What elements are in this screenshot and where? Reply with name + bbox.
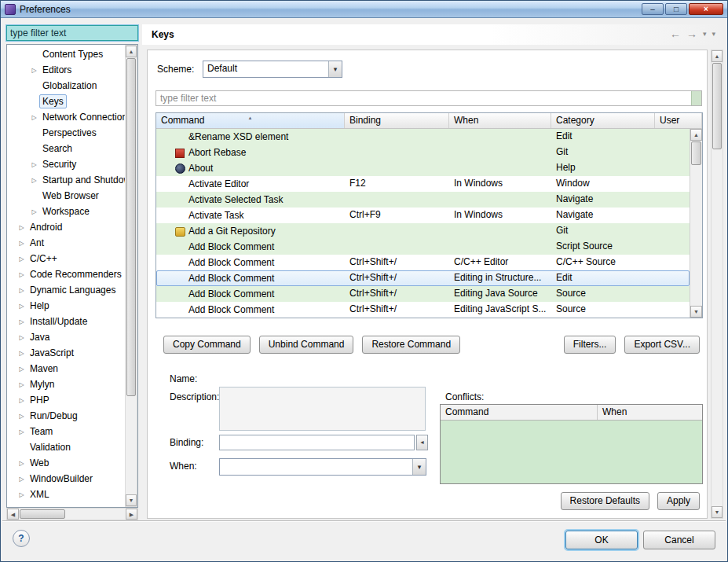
scrollbar-thumb[interactable] (20, 509, 65, 519)
filters-button[interactable]: Filters... (564, 336, 616, 354)
table-row[interactable]: Add Block CommentCtrl+Shift+/Editing Jav… (156, 286, 690, 302)
scrollbar-thumb[interactable] (712, 63, 722, 149)
ok-button[interactable]: OK (565, 531, 638, 549)
unbind-command-button[interactable]: Unbind Command (259, 336, 354, 354)
sidebar-item-content-types[interactable]: Content Types (7, 46, 125, 62)
sidebar-item-run-debug[interactable]: ▷Run/Debug (7, 408, 125, 424)
chevron-right-icon[interactable]: ▷ (29, 161, 39, 168)
chevron-down-icon[interactable]: ▾ (328, 61, 342, 77)
chevron-right-icon[interactable]: ▷ (29, 208, 39, 215)
chevron-right-icon[interactable]: ▷ (16, 240, 27, 247)
export-csv-button[interactable]: Export CSV... (624, 336, 700, 354)
sidebar-item-ant[interactable]: ▷Ant (7, 235, 125, 251)
scroll-up-icon[interactable]: ▲ (126, 46, 137, 57)
sidebar-item-team[interactable]: ▷Team (7, 424, 125, 439)
sidebar-item-code-recommenders[interactable]: ▷Code Recommenders (7, 266, 125, 282)
chevron-right-icon[interactable]: ▷ (16, 491, 27, 498)
column-header-command[interactable]: ▲ Command (156, 113, 345, 128)
chevron-right-icon[interactable]: ▷ (16, 224, 27, 231)
maximize-button[interactable]: □ (665, 3, 687, 15)
table-row[interactable]: Activate EditorF12In WindowsWindow (156, 176, 690, 192)
chevron-right-icon[interactable]: ▷ (29, 177, 39, 184)
chevron-right-icon[interactable]: ▷ (16, 255, 27, 263)
sidebar-item-security[interactable]: ▷Security (7, 156, 125, 172)
scroll-down-icon[interactable]: ▼ (712, 506, 723, 518)
sidebar-item-web-browser[interactable]: Web Browser (7, 188, 125, 204)
chevron-down-icon[interactable]: ▾ (412, 459, 426, 475)
keys-filter-input[interactable] (155, 90, 702, 106)
sidebar-item-editors[interactable]: ▷Editors (7, 62, 125, 78)
restore-defaults-button[interactable]: Restore Defaults (561, 492, 649, 510)
sidebar-item-c-c-[interactable]: ▷C/C++ (7, 251, 125, 266)
chevron-right-icon[interactable]: ▷ (16, 460, 27, 467)
tree-vertical-scrollbar[interactable]: ▲ ▼ (125, 45, 137, 507)
minimize-button[interactable]: – (642, 3, 664, 15)
column-header-category[interactable]: Category (551, 113, 655, 128)
chevron-right-icon[interactable]: ▷ (16, 365, 27, 373)
sidebar-item-web[interactable]: ▷Web (7, 455, 125, 471)
sidebar-filter-input[interactable] (6, 25, 138, 41)
sidebar-item-android[interactable]: ▷Android (7, 219, 125, 235)
forward-menu-icon[interactable]: ▾ (703, 30, 707, 38)
help-button[interactable]: ? (13, 530, 30, 547)
chevron-right-icon[interactable]: ▷ (16, 413, 27, 420)
scroll-left-icon[interactable]: ◀ (7, 509, 19, 520)
sidebar-item-keys[interactable]: Keys (7, 94, 125, 109)
table-row[interactable]: Add a Git RepositoryGit (156, 223, 690, 239)
chevron-right-icon[interactable]: ▷ (16, 476, 27, 483)
scheme-dropdown[interactable]: Default ▾ (203, 61, 342, 78)
chevron-right-icon[interactable]: ▷ (16, 287, 27, 294)
chevron-right-icon[interactable]: ▷ (16, 318, 27, 325)
sidebar-item-dynamic-languages[interactable]: ▷Dynamic Languages (7, 282, 125, 298)
chevron-right-icon[interactable]: ▷ (16, 350, 27, 357)
scroll-up-icon[interactable]: ▲ (690, 129, 702, 141)
apply-button[interactable]: Apply (657, 492, 700, 510)
sidebar-item-perspectives[interactable]: Perspectives (7, 125, 125, 141)
chevron-right-icon[interactable]: ▷ (29, 114, 39, 121)
when-dropdown[interactable]: ▾ (219, 458, 426, 476)
table-row[interactable]: Add Block CommentCtrl+Shift+/Editing in … (156, 270, 690, 286)
page-vertical-scrollbar[interactable]: ▲ ▼ (711, 50, 723, 519)
copy-command-button[interactable]: Copy Command (163, 336, 251, 354)
binding-input[interactable] (219, 435, 415, 450)
chevron-right-icon[interactable]: ▷ (16, 271, 27, 278)
chevron-right-icon[interactable]: ▷ (16, 428, 27, 435)
table-row[interactable]: Activate TaskCtrl+F9In WindowsNavigate (156, 208, 690, 223)
scroll-right-icon[interactable]: ▶ (126, 509, 137, 520)
scroll-up-icon[interactable]: ▲ (712, 50, 723, 62)
table-row[interactable]: Add Block CommentCtrl+Shift+/Editing Jav… (156, 302, 690, 318)
sidebar-item-startup-and-shutdown[interactable]: ▷Startup and Shutdown (7, 172, 125, 188)
conflicts-column-command[interactable]: Command (441, 405, 598, 420)
chevron-right-icon[interactable]: ▷ (16, 397, 27, 404)
scrollbar-thumb[interactable] (126, 58, 136, 396)
table-vertical-scrollbar[interactable]: ▲ ▼ (690, 129, 702, 318)
binding-assist-icon[interactable]: ◄ (416, 435, 428, 450)
titlebar[interactable]: Preferences – □ × (1, 1, 727, 18)
sidebar-item-java[interactable]: ▷Java (7, 329, 125, 345)
table-row[interactable]: Activate Selected TaskNavigate (156, 192, 690, 208)
cancel-button[interactable]: Cancel (643, 531, 715, 549)
sidebar-item-search[interactable]: Search (7, 141, 125, 156)
view-menu-icon[interactable]: ▾ (712, 30, 715, 38)
table-row[interactable]: AboutHelp (156, 160, 690, 176)
forward-arrow-icon[interactable]: → (686, 28, 697, 40)
restore-command-button[interactable]: Restore Command (362, 336, 460, 354)
scroll-down-icon[interactable]: ▼ (126, 494, 137, 506)
table-row[interactable]: Add Block CommentScript Source (156, 239, 690, 255)
sidebar-item-help[interactable]: ▷Help (7, 298, 125, 314)
column-header-binding[interactable]: Binding (345, 113, 449, 128)
tree-horizontal-scrollbar[interactable]: ◀ ▶ (6, 508, 138, 520)
conflicts-column-when[interactable]: When (598, 405, 702, 420)
sidebar-item-php[interactable]: ▷PHP (7, 392, 125, 408)
column-header-when[interactable]: When (449, 113, 551, 128)
sidebar-item-network-connections[interactable]: ▷Network Connections (7, 109, 125, 125)
sidebar-item-mylyn[interactable]: ▷Mylyn (7, 377, 125, 392)
chevron-right-icon[interactable]: ▷ (16, 381, 27, 388)
table-row[interactable]: &Rename XSD elementEdit (156, 129, 690, 145)
column-header-user[interactable]: User (655, 113, 702, 128)
chevron-right-icon[interactable]: ▷ (29, 67, 39, 74)
close-button[interactable]: × (689, 3, 723, 15)
chevron-right-icon[interactable]: ▷ (16, 303, 27, 310)
sidebar-item-javascript[interactable]: ▷JavaScript (7, 345, 125, 361)
scrollbar-thumb[interactable] (691, 141, 701, 165)
